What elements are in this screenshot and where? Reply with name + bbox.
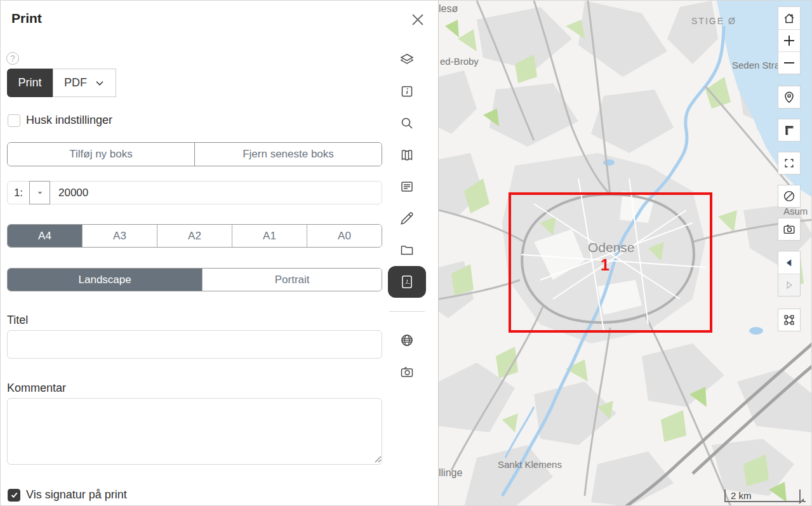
paper-size-a3[interactable]: A3 [82, 225, 157, 247]
pdf-tool-button[interactable] [388, 266, 426, 298]
orientation-portrait[interactable]: Portrait [202, 269, 382, 291]
minus-icon [783, 57, 795, 69]
info-icon[interactable] [399, 84, 415, 99]
plus-icon [783, 34, 795, 47]
box-buttons: Tilføj ny boks Fjern seneste boks [7, 142, 382, 166]
transform-control [778, 309, 801, 331]
print-button[interactable]: Print [7, 69, 53, 97]
location-control [778, 86, 801, 109]
chevron-down-icon [95, 78, 105, 88]
pencil-icon[interactable] [399, 211, 415, 226]
paper-size-a2[interactable]: A2 [157, 225, 232, 247]
signature-label: Vis signatur på print [26, 488, 127, 502]
fullscreen-icon [783, 157, 795, 170]
map-camera-button[interactable] [778, 218, 800, 240]
location-button[interactable] [778, 86, 800, 108]
attribution-icon[interactable] [798, 496, 807, 505]
paper-size-a4[interactable]: A4 [8, 225, 82, 247]
fullscreen-control [778, 152, 801, 175]
caret-down-icon [36, 189, 44, 197]
no-entry-icon [782, 189, 796, 203]
remember-settings-row: Husk indstillinger [8, 114, 112, 127]
comment-field-label: Kommentar [7, 382, 66, 395]
triangle-left-icon [783, 256, 795, 269]
format-select[interactable]: PDF [53, 69, 116, 97]
print-panel: Print ? Print PDF Husk indstillinger Til… [1, 1, 439, 506]
remember-settings-checkbox[interactable] [8, 114, 20, 127]
transform-icon [782, 313, 796, 327]
measure-control [778, 119, 801, 142]
scale-prefix-label: 1: [8, 182, 29, 204]
map-canvas[interactable]: Odense 1 lesø ed-Broby STIGE Ø Seden Str… [439, 1, 812, 506]
previous-extent-button[interactable] [778, 251, 800, 274]
title-input[interactable] [7, 330, 382, 359]
fullscreen-button[interactable] [778, 152, 800, 174]
pdf-icon [399, 274, 415, 290]
comment-textarea[interactable] [7, 398, 382, 465]
ruler-icon [782, 123, 796, 137]
camera-icon [782, 222, 796, 236]
paper-size-group: A4 A3 A2 A1 A0 [7, 224, 382, 248]
map-icon[interactable] [399, 147, 415, 163]
notes-icon[interactable] [399, 179, 415, 194]
scale-dropdown-button[interactable] [29, 181, 50, 204]
scale-input[interactable] [50, 182, 382, 204]
help-icon[interactable]: ? [6, 52, 19, 65]
scale-bar-label: 2 km [731, 490, 752, 501]
no-entry-button[interactable] [778, 185, 800, 207]
map-tiles [439, 1, 812, 506]
folder-icon[interactable] [399, 243, 415, 258]
format-select-value: PDF [64, 76, 87, 90]
paper-size-a1[interactable]: A1 [232, 225, 307, 247]
extent-nav-group [778, 251, 801, 296]
zoom-control-group [778, 6, 801, 74]
print-action-group: Print PDF [7, 69, 116, 97]
clear-control [778, 185, 801, 208]
close-icon[interactable] [408, 10, 428, 30]
location-pin-icon [782, 90, 796, 104]
triangle-right-icon [783, 279, 795, 291]
signature-row: Vis signatur på print [8, 488, 127, 502]
check-icon [10, 491, 18, 499]
home-icon [782, 11, 796, 25]
next-extent-button[interactable] [778, 274, 800, 296]
snapshot-control [778, 218, 801, 241]
orientation-group: Landscape Portrait [7, 268, 382, 291]
zoom-out-button[interactable] [778, 51, 800, 74]
title-field-label: Titel [7, 314, 28, 327]
globe-icon[interactable] [399, 333, 415, 348]
rail-divider [389, 311, 425, 312]
add-box-button[interactable]: Tilføj ny boks [8, 143, 194, 166]
layers-icon[interactable] [399, 52, 415, 67]
measure-button[interactable] [778, 119, 800, 141]
scale-bar: 2 km [724, 489, 801, 502]
orientation-landscape[interactable]: Landscape [8, 269, 202, 291]
home-button[interactable] [778, 7, 800, 29]
scale-row: 1: [7, 181, 382, 204]
camera-tool-icon[interactable] [399, 364, 415, 380]
paper-size-a0[interactable]: A0 [307, 225, 382, 247]
remove-box-button[interactable]: Fjern seneste boks [194, 143, 382, 166]
search-icon[interactable] [399, 116, 415, 131]
signature-checkbox[interactable] [8, 489, 20, 502]
zoom-in-button[interactable] [778, 29, 800, 51]
remember-settings-label: Husk indstillinger [26, 114, 112, 127]
transform-button[interactable] [778, 309, 800, 331]
page-title: Print [11, 11, 42, 26]
